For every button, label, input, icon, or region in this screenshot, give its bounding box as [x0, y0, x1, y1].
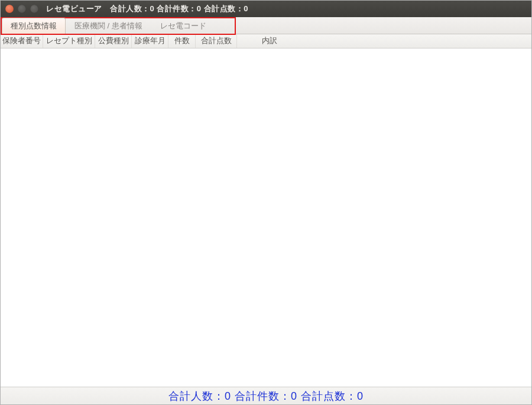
col-total-points[interactable]: 合計点数	[196, 34, 237, 48]
titlebar: レセ電ビューア 合計人数：0 合計件数：0 合計点数：0	[1, 1, 531, 17]
col-treatment-month[interactable]: 診療年月	[132, 34, 168, 48]
app-window: レセ電ビューア 合計人数：0 合計件数：0 合計点数：0 種別点数情報 医療機関…	[0, 0, 532, 405]
footer-summary: 合計人数：0 合計件数：0 合計点数：0	[1, 387, 531, 404]
tab-label: 医療機関 / 患者情報	[74, 21, 142, 31]
footer-summary-text: 合計人数：0 合計件数：0 合計点数：0	[168, 389, 364, 403]
window-title: レセ電ビューア 合計人数：0 合計件数：0 合計点数：0	[46, 4, 248, 14]
tab-institution-patient-info[interactable]: 医療機関 / 患者情報	[66, 18, 151, 34]
col-receipt-type[interactable]: レセプト種別	[43, 34, 95, 48]
col-count[interactable]: 件数	[168, 34, 196, 48]
tab-receden-code[interactable]: レセ電コード	[151, 18, 215, 34]
table-header-row: 保険者番号 レセプト種別 公費種別 診療年月 件数 合計点数 内訳	[1, 34, 531, 48]
tab-label: 種別点数情報	[11, 21, 57, 31]
col-breakdown[interactable]: 内訳	[237, 34, 302, 48]
col-public-expense-type[interactable]: 公費種別	[95, 34, 132, 48]
tab-label: レセ電コード	[160, 21, 206, 31]
close-icon[interactable]	[5, 5, 14, 13]
col-insurer-number[interactable]: 保険者番号	[1, 34, 43, 48]
tab-bar: 種別点数情報 医療機関 / 患者情報 レセ電コード	[1, 17, 531, 34]
table-body-empty	[1, 48, 531, 387]
tab-type-point-info[interactable]: 種別点数情報	[2, 18, 66, 34]
maximize-icon[interactable]	[30, 5, 38, 13]
minimize-icon[interactable]	[18, 5, 26, 13]
